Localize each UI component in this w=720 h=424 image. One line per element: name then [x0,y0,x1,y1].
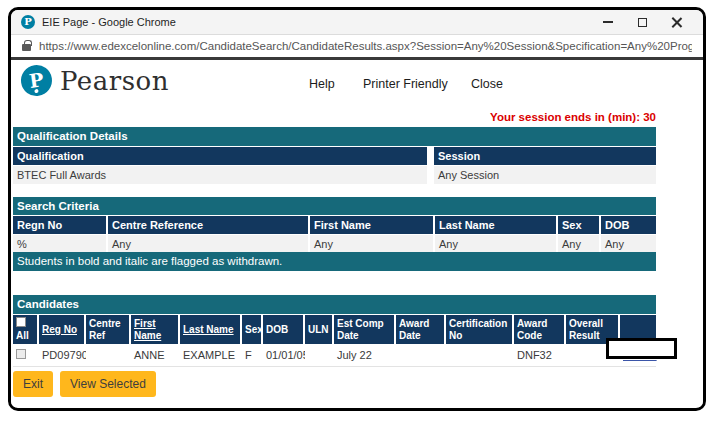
details-cell: Details [620,345,656,366]
action-buttons: Exit View Selected [13,371,156,397]
qualification-column-header: Qualification [13,147,427,165]
candidate-table-row: PD09790 ANNE EXAMPLE F 01/01/05 July 22 … [13,345,656,367]
uln-column-header: ULN [305,315,332,344]
dob-column-header: DOB [601,216,656,234]
sex-cell: F [242,345,261,366]
page-content: P Pearson Help Printer Friendly Close Yo… [11,60,703,407]
est-comp-date-cell: July 22 [334,345,394,366]
search-criteria-section-bar: Search Criteria [13,197,656,215]
reg-no-column-header[interactable]: Reg No [39,315,84,344]
session-timeout-notice: Your session ends in (min): 30 [13,111,656,123]
award-date-column-header: Award Date [396,315,444,344]
pearson-favicon-icon: P [21,15,35,29]
select-all-cell: All [13,315,37,344]
maximize-button[interactable] [625,11,659,33]
address-bar[interactable]: https://www.edexcelonline.com/CandidateS… [11,35,703,57]
award-code-column-header: Award Code [514,315,564,344]
certification-no-column-header: Certification No [446,315,512,344]
last-name-cell: EXAMPLE [180,345,240,366]
search-criteria-header-row: Regn No Centre Reference First Name Last… [13,216,656,234]
pearson-logo: P Pearson [21,65,169,96]
regn-no-column-header: Regn No [13,216,106,234]
sex-value: Any [558,235,599,253]
maximize-icon [638,18,647,27]
candidates-section-bar: Candidates [13,295,656,314]
candidates-header-row: All Reg No Centre Ref First Name Last Na… [13,315,656,344]
regn-no-value: % [13,235,106,253]
qualification-details-bar-spacer [434,127,656,146]
url-text[interactable]: https://www.edexcelonline.com/CandidateS… [39,40,692,52]
search-criteria-value-row: % Any Any Any Any Any [13,235,656,253]
minimize-icon [603,21,613,23]
padlock-icon [22,44,31,51]
first-name-column-header: First Name [310,216,433,234]
overall-result-column-header: Overall Result [566,315,618,344]
session-column-header: Session [434,147,656,165]
overall-result-cell [566,345,618,366]
centre-reference-value: Any [108,235,308,253]
dob-column-header: DOB [263,315,303,344]
view-selected-button[interactable]: View Selected [60,371,156,397]
sex-column-header: Sex [242,315,261,344]
centre-ref-column-header: Centre Ref [86,315,129,344]
dob-value: Any [601,235,656,253]
browser-window: P EIE Page - Google Chrome https://www.e… [8,7,706,411]
close-window-button[interactable] [659,11,693,33]
close-icon [671,17,682,28]
withdrawn-note-bar: Students in bold and italic are flagged … [13,252,656,271]
qualification-header-row: Qualification Session [13,147,656,165]
nav-close-link[interactable]: Close [471,77,503,91]
dob-cell: 01/01/05 [263,345,303,366]
details-link[interactable]: Details [623,349,657,361]
qualification-details-section-bar: Qualification Details [13,127,656,146]
nav-printer-friendly-link[interactable]: Printer Friendly [363,77,448,91]
first-name-column-header[interactable]: First Name [131,315,178,344]
brand-name: Pearson [60,66,169,96]
centre-reference-column-header: Centre Reference [108,216,308,234]
exit-button[interactable]: Exit [13,371,53,397]
uln-cell [305,345,332,366]
est-comp-date-column-header: Est Comp Date [334,315,394,344]
select-all-checkbox[interactable] [16,317,26,327]
first-name-cell: ANNE [131,345,178,366]
row-checkbox[interactable] [16,349,26,359]
first-name-value: Any [310,235,433,253]
sex-column-header: Sex [558,216,599,234]
last-name-value: Any [435,235,556,253]
window-title: EIE Page - Google Chrome [42,16,176,28]
session-value: Any Session [434,166,656,184]
qualification-value-row: BTEC Full Awards Any Session [13,166,656,184]
select-all-label: All [16,330,29,342]
last-name-column-header[interactable]: Last Name [180,315,240,344]
nav-help-link[interactable]: Help [309,77,335,91]
window-titlebar: P EIE Page - Google Chrome [11,10,703,35]
qualification-details-title: Qualification Details [13,127,427,146]
row-select-cell [13,345,37,366]
pearson-logo-icon: P [19,63,54,98]
actions-column-header [620,315,656,344]
last-name-column-header: Last Name [435,216,556,234]
award-date-cell [396,345,444,366]
centre-ref-cell [86,345,129,366]
reg-no-cell: PD09790 [39,345,84,366]
award-code-cell: DNF32 [514,345,564,366]
certification-no-cell [446,345,512,366]
minimize-button[interactable] [591,11,625,33]
qualification-value: BTEC Full Awards [13,166,427,184]
